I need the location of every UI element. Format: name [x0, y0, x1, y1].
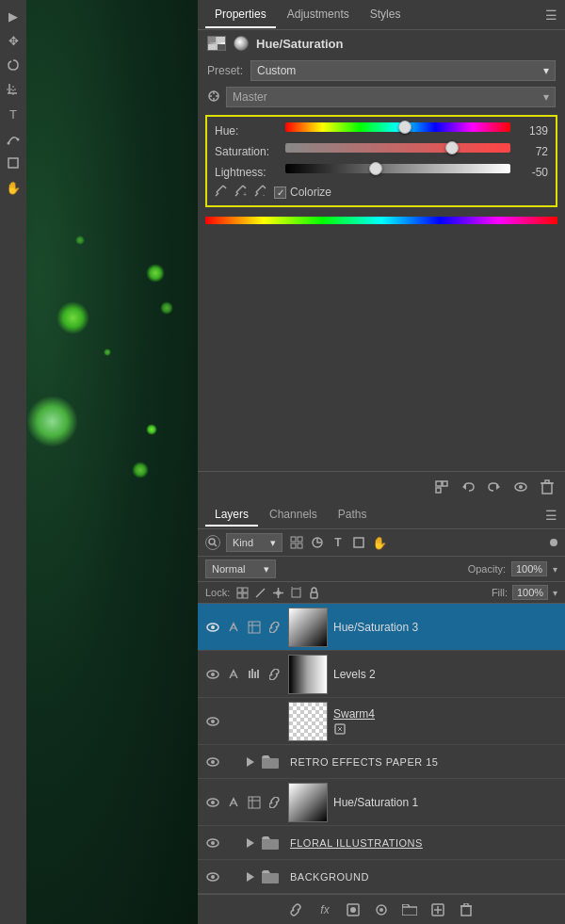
layers-bottom-link-icon[interactable] — [286, 900, 307, 920]
filter-pixel-icon[interactable] — [288, 534, 305, 551]
hue-slider-wrapper[interactable] — [285, 122, 510, 139]
layer-visibility-retro[interactable] — [205, 754, 220, 770]
tool-crop[interactable] — [3, 79, 24, 100]
tool-lasso[interactable] — [3, 55, 24, 75]
folder-arrow-retro[interactable] — [247, 757, 254, 767]
layers-bottom-adjustment-icon[interactable] — [371, 900, 392, 920]
svg-rect-63 — [249, 622, 260, 633]
tool-hand[interactable]: ✋ — [3, 177, 24, 198]
lightness-slider-wrapper[interactable] — [285, 164, 510, 181]
saturation-slider-wrapper[interactable] — [285, 143, 510, 160]
layer-link-hue-sat-3[interactable] — [267, 620, 282, 635]
layer-visibility-swarm4[interactable] — [205, 714, 220, 729]
layer-folder-floral[interactable]: FLORAL ILLUSTRATIONS — [198, 826, 565, 860]
tab-adjustments[interactable]: Adjustments — [278, 2, 359, 28]
master-value: Master — [233, 90, 267, 104]
layer-visibility-hue-sat-1[interactable] — [205, 795, 220, 810]
tab-layers[interactable]: Layers — [205, 504, 258, 527]
folder-arrow-floral[interactable] — [247, 838, 254, 848]
layer-fx-hue-sat-3[interactable] — [226, 620, 241, 635]
layer-visibility-hue-sat-3[interactable] — [205, 620, 220, 635]
properties-tabs-bar: Properties Adjustments Styles ☰ — [198, 0, 565, 30]
eyedropper-icon[interactable] — [215, 185, 227, 200]
svg-rect-9 — [208, 44, 216, 50]
filter-hand-icon[interactable]: ✋ — [371, 534, 388, 551]
saturation-label: Saturation: — [215, 145, 285, 158]
tab-channels[interactable]: Channels — [260, 504, 327, 527]
layer-folder-retro[interactable]: RETRO EFFECTS PAPER 15 — [198, 745, 565, 779]
filter-icons: T ✋ — [288, 534, 388, 551]
lock-draw-icon[interactable] — [252, 585, 267, 600]
tab-styles[interactable]: Styles — [361, 2, 411, 28]
tool-text[interactable]: T — [3, 104, 24, 124]
filter-type-icon[interactable]: T — [330, 534, 347, 551]
layer-visibility-floral[interactable] — [205, 835, 220, 851]
blend-mode-select[interactable]: Normal ▾ — [205, 559, 276, 578]
saturation-thumb[interactable] — [445, 141, 459, 154]
preset-dropdown-icon: ▾ — [543, 64, 549, 77]
eyedropper-plus-icon[interactable]: + — [234, 185, 247, 200]
bottom-icon-redo[interactable] — [484, 477, 505, 497]
layer-row-hue-sat-3[interactable]: Hue/Saturation 3 — [198, 604, 565, 651]
filter-search-icon[interactable] — [205, 535, 220, 550]
svg-line-20 — [243, 186, 246, 188]
colorize-checkbox[interactable] — [274, 186, 286, 199]
master-dropdown[interactable]: Master ▾ — [226, 87, 556, 107]
hue-label: Hue: — [215, 124, 285, 138]
canvas-area: ▶ ✥ T ✋ — [0, 0, 198, 924]
hue-track[interactable] — [285, 122, 510, 132]
fill-arrow[interactable]: ▾ — [553, 588, 557, 598]
svg-line-26 — [256, 186, 263, 192]
layers-bottom-folder-icon[interactable] — [399, 900, 420, 920]
layer-fx-levels-2[interactable] — [226, 667, 241, 682]
lightness-thumb[interactable] — [369, 162, 382, 175]
layer-visibility-background[interactable] — [205, 869, 220, 884]
layer-row-levels-2[interactable]: Levels 2 — [198, 651, 565, 698]
eyedropper-minus-icon[interactable]: - — [254, 185, 266, 200]
svg-rect-104 — [464, 903, 468, 906]
tab-paths[interactable]: Paths — [329, 504, 377, 527]
preset-select[interactable]: Custom ▾ — [250, 60, 556, 81]
layers-panel-menu-icon[interactable]: ☰ — [545, 508, 557, 523]
hue-saturation-header: Hue/Saturation — [198, 30, 565, 57]
tool-arrow[interactable]: ▶ — [3, 6, 24, 26]
layer-visibility-levels-2[interactable] — [205, 667, 220, 682]
tool-shape[interactable] — [3, 153, 24, 173]
bottom-icon-undo[interactable] — [458, 477, 478, 497]
layers-bottom-new-layer-icon[interactable] — [428, 900, 448, 920]
layer-fx-hue-sat-1[interactable] — [226, 795, 241, 810]
bottom-icon-screenshot[interactable] — [431, 477, 452, 497]
lightness-track[interactable] — [285, 164, 510, 173]
layer-row-swarm4[interactable]: Swarm4 — [198, 698, 565, 745]
lock-all-icon[interactable] — [306, 585, 321, 600]
tab-properties[interactable]: Properties — [205, 2, 276, 28]
bottom-icon-visibility[interactable] — [510, 477, 531, 497]
hue-thumb[interactable] — [398, 121, 412, 134]
layer-link-levels-2[interactable] — [267, 667, 282, 682]
layer-folder-background[interactable]: BACKGROUND — [198, 860, 565, 894]
hand-tool-icon — [207, 89, 220, 105]
fill-value[interactable]: 100% — [512, 585, 548, 600]
tool-move[interactable]: ✥ — [3, 30, 24, 51]
colorize-checkbox-row[interactable]: Colorize — [274, 186, 331, 199]
layers-bottom-fx-icon[interactable]: fx — [315, 900, 335, 920]
filter-shape-icon[interactable] — [350, 534, 367, 551]
opacity-value[interactable]: 100% — [511, 561, 547, 576]
lock-pixel-icon[interactable] — [234, 585, 250, 600]
filter-adjustment-icon[interactable] — [309, 534, 326, 551]
tool-path[interactable] — [3, 128, 24, 149]
folder-icon-floral — [262, 836, 279, 850]
lock-position-icon[interactable] — [270, 585, 285, 600]
bottom-icon-trash[interactable] — [537, 477, 557, 497]
layers-bottom-trash-icon[interactable] — [456, 900, 476, 920]
properties-panel-menu-icon[interactable]: ☰ — [545, 8, 557, 23]
layers-bottom-mask-icon[interactable] — [343, 900, 363, 920]
layer-row-hue-sat-1[interactable]: Hue/Saturation 1 — [198, 779, 565, 826]
folder-arrow-background[interactable] — [247, 872, 254, 882]
layer-link-hue-sat-1[interactable] — [267, 795, 282, 810]
saturation-track[interactable] — [285, 143, 510, 153]
lock-artboard-icon[interactable] — [288, 585, 303, 600]
filter-toggle-dot[interactable] — [550, 539, 557, 546]
opacity-arrow[interactable]: ▾ — [553, 564, 557, 575]
kind-select[interactable]: Kind ▾ — [226, 533, 282, 552]
